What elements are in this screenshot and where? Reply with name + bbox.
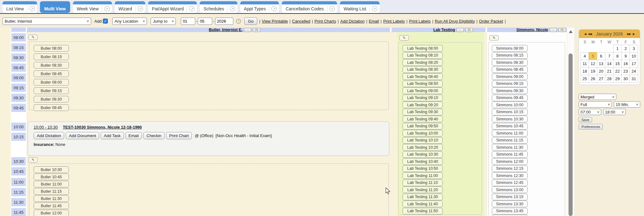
toolbar-link-add-dictation[interactable]: Add Dictation	[340, 19, 364, 24]
date-day-input[interactable]	[198, 18, 212, 25]
interval-select[interactable]: 15 Min. ∨	[614, 101, 640, 108]
add-task-button[interactable]: Add Task	[101, 132, 124, 139]
toolbar-link-order-packet[interactable]: Order Packet	[479, 19, 503, 24]
calendar-day-2[interactable]: 2	[621, 45, 630, 53]
slot-button-butler-11-45[interactable]: Butler 11:45	[34, 202, 69, 209]
location-select[interactable]: Any Location ∨	[112, 18, 147, 25]
open-in-new-window-icon[interactable]: ↗	[330, 6, 335, 11]
add-checkbox[interactable]: ✓	[103, 19, 108, 24]
open-in-new-window-icon[interactable]: ↗	[189, 6, 195, 11]
calendar-day-30[interactable]: 30	[621, 75, 630, 83]
slot-button-simmons-08-45[interactable]: Simmons 08:45	[492, 66, 528, 73]
calendar-prev-month-icon[interactable]: ◀	[584, 32, 586, 36]
slot-button-simmons-08-30[interactable]: Simmons 08:30	[492, 59, 528, 66]
calendar-day-27[interactable]: 27	[597, 75, 605, 83]
tab-list-view[interactable]: List View↗	[3, 1, 37, 13]
slot-button-lab-testing-08-50[interactable]: Lab Testing 08:50	[402, 80, 443, 87]
fb-button[interactable]: f/b	[465, 28, 473, 32]
calendar-prev-year-icon[interactable]: ◀◀	[588, 32, 592, 36]
calendar-day-24[interactable]: 24	[630, 67, 638, 75]
tab-schedules[interactable]: Schedules↗	[200, 1, 237, 13]
collapse-column-button[interactable]: —	[457, 28, 464, 32]
tab-multi-view[interactable]: Multi View	[40, 1, 70, 13]
open-in-new-window-icon[interactable]: ↗	[30, 6, 35, 11]
start-time-select[interactable]: 07:00 ∨	[579, 109, 601, 115]
slot-button-simmons-13-15[interactable]: Simmons 13:15	[492, 194, 528, 200]
calendar-day-21[interactable]: 21	[605, 67, 613, 75]
go-button[interactable]: Go	[244, 17, 257, 25]
provider-header-link[interactable]: Butler, Internist E.	[209, 28, 242, 32]
toolbar-link-print-labels[interactable]: Print Labels	[409, 19, 431, 24]
slot-button-butler-08-30[interactable]: Butler 08:30	[34, 62, 69, 69]
slot-button-simmons-10-30[interactable]: Simmons 10:30	[492, 116, 528, 122]
slot-button-lab-testing-11-10[interactable]: Lab Testing 11:10	[402, 180, 443, 186]
toolbar-link-print-charts[interactable]: Print Charts	[314, 19, 336, 24]
slot-button-butler-09-30[interactable]: Butler 09:30	[34, 96, 69, 102]
slot-button-lab-testing-08-20[interactable]: Lab Testing 08:20	[402, 59, 443, 66]
slot-button-simmons-09-00[interactable]: Simmons 09:00	[492, 73, 528, 80]
slot-button-butler-08-45[interactable]: Butler 08:45	[34, 70, 69, 77]
calendar-day-29[interactable]: 29	[613, 75, 622, 83]
calendar-day-23[interactable]: 23	[621, 67, 630, 75]
calendar-day-31[interactable]: 31	[630, 75, 638, 83]
slot-button-simmons-10-00[interactable]: Simmons 10:00	[492, 102, 528, 108]
slot-button-lab-testing-08-00[interactable]: Lab Testing 08:00	[402, 45, 443, 52]
collapse-column-button[interactable]: —	[244, 28, 251, 32]
preferences-button[interactable]: Preferences	[579, 124, 603, 130]
calendar-day-7[interactable]: 7	[605, 52, 613, 60]
calendar-day-3[interactable]: 3	[630, 45, 638, 53]
edit-schedule-icon[interactable]: ✎	[399, 35, 409, 41]
calendar-day-25[interactable]: 25	[580, 75, 589, 83]
date-month-input[interactable]	[181, 18, 195, 25]
calendar-day-17[interactable]: 17	[630, 60, 638, 68]
fb-button[interactable]: f/b	[558, 28, 566, 32]
edit-schedule-icon[interactable]: ✎	[28, 157, 38, 163]
slot-button-simmons-11-30[interactable]: Simmons 11:30	[492, 144, 528, 151]
slot-button-butler-10-45[interactable]: Butler 10:45	[34, 174, 69, 180]
toolbar-link-email[interactable]: Email	[369, 19, 379, 24]
tab-appt-types[interactable]: Appt Types↗	[240, 1, 279, 13]
calendar-day-14[interactable]: 14	[605, 60, 613, 68]
calendar-day-9[interactable]: 9	[621, 52, 630, 60]
slot-button-butler-08-15[interactable]: Butler 08:15	[34, 53, 69, 60]
calendar-day-5[interactable]: 5	[589, 52, 597, 60]
appointment-card[interactable]: 10:00 - 10:30 TEST-10030 Simmons, Nicole…	[28, 121, 389, 156]
scroll-up-arrow-icon[interactable]	[569, 30, 573, 33]
slot-button-simmons-09-45[interactable]: Simmons 09:45	[492, 95, 528, 101]
slot-button-simmons-13-00[interactable]: Simmons 13:00	[492, 186, 528, 193]
size-mode-select[interactable]: Full ∨	[579, 101, 612, 108]
slot-button-butler-10-30[interactable]: Butler 10:30	[34, 166, 69, 173]
slot-button-simmons-09-30[interactable]: Simmons 09:30	[492, 87, 528, 94]
slot-button-butler-09-45[interactable]: Butler 09:45	[34, 104, 69, 111]
slot-button-lab-testing-08-10[interactable]: Lab Testing 08:10	[402, 52, 443, 59]
calendar-day-10[interactable]: 10	[630, 52, 638, 60]
slot-button-lab-testing-11-50[interactable]: Lab Testing 11:50	[402, 208, 443, 214]
calendar-day-26[interactable]: 26	[589, 75, 597, 83]
slot-button-lab-testing-08-40[interactable]: Lab Testing 08:40	[402, 73, 443, 80]
calendar-day-6[interactable]: 6	[597, 52, 605, 60]
fb-button[interactable]: f/b	[253, 28, 260, 32]
slot-button-simmons-11-00[interactable]: Simmons 11:00	[492, 130, 528, 136]
open-in-new-window-icon[interactable]: ↗	[104, 6, 110, 11]
slot-button-lab-testing-10-00[interactable]: Lab Testing 10:00	[402, 130, 443, 136]
collapse-column-button[interactable]: —	[550, 28, 557, 32]
calendar-day-15[interactable]: 15	[613, 60, 622, 68]
slot-button-lab-testing-10-40[interactable]: Lab Testing 10:40	[402, 158, 443, 165]
appointment-time-link[interactable]: 10:00 - 10:30	[34, 125, 58, 130]
clock-icon[interactable]	[236, 19, 241, 24]
vertical-scrollbar[interactable]	[567, 28, 574, 216]
calendar-day-20[interactable]: 20	[597, 67, 605, 75]
save-button[interactable]: Save	[579, 117, 592, 122]
provider-select[interactable]: Butler, Internist ∨	[3, 18, 91, 25]
slot-button-simmons-12-45[interactable]: Simmons 12:45	[492, 180, 528, 186]
calendar-day-4[interactable]: 4	[580, 52, 589, 60]
tab-week-view[interactable]: Week View↗	[73, 1, 112, 13]
slot-button-simmons-13-30[interactable]: Simmons 13:30	[492, 201, 528, 207]
slot-button-butler-09-00[interactable]: Butler 09:00	[34, 79, 69, 86]
end-time-select[interactable]: 18:00 ∨	[603, 109, 626, 115]
jump-to-select[interactable]: Jump to ∨	[151, 18, 176, 25]
slot-button-butler-12-00[interactable]: Butler 12:00	[34, 210, 69, 216]
toolbar-link-cancelled[interactable]: Cancelled	[292, 19, 310, 24]
slot-button-lab-testing-10-30[interactable]: Lab Testing 10:30	[402, 151, 443, 158]
calendar-day-11[interactable]: 11	[580, 60, 589, 68]
